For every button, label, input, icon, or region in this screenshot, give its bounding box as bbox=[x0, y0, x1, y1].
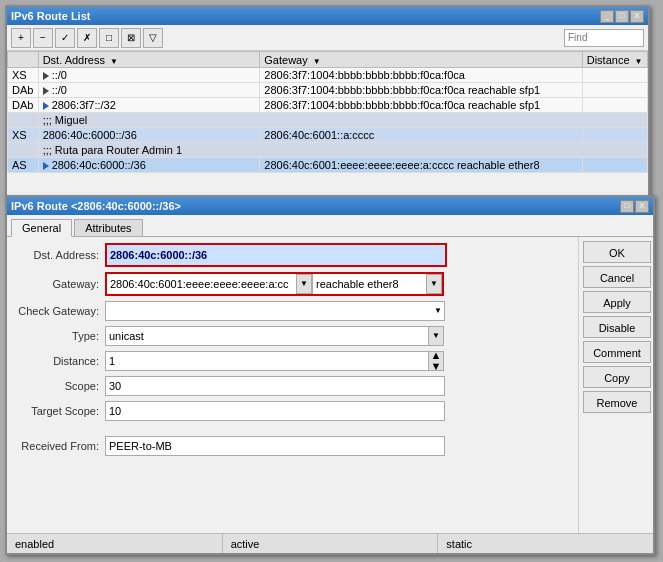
distance-field: ▲▼ bbox=[105, 351, 444, 371]
list-titlebar-buttons: _ □ X bbox=[600, 10, 644, 23]
sort-arrow-dst: ▼ bbox=[110, 57, 118, 66]
col-header-flag[interactable] bbox=[8, 52, 39, 68]
remove-button[interactable]: − bbox=[33, 28, 53, 48]
status-enabled: enabled bbox=[7, 534, 223, 553]
copy-button-toolbar[interactable]: □ bbox=[99, 28, 119, 48]
spacer bbox=[15, 426, 570, 436]
row-dist bbox=[582, 128, 647, 143]
find-input[interactable] bbox=[564, 29, 644, 47]
chevron-down-icon4: ▼ bbox=[432, 332, 440, 340]
remove-button[interactable]: Remove bbox=[583, 391, 651, 413]
table-row[interactable]: DAb ::/0 2806:3f7:1004:bbbb:bbbb:bbbb:f0… bbox=[8, 83, 648, 98]
row-gw: 2806:3f7:1004:bbbb:bbbb:bbbb:f0ca:f0ca bbox=[260, 68, 582, 83]
tab-general[interactable]: General bbox=[11, 219, 72, 237]
expand-icon bbox=[43, 87, 49, 95]
table-row-group: ;;; Miguel bbox=[8, 113, 648, 128]
row-flag: DAb bbox=[8, 98, 39, 113]
table-row-group: ;;; Ruta para Router Admin 1 bbox=[8, 143, 648, 158]
target-scope-row: Target Scope: bbox=[15, 401, 570, 421]
row-dst: ::/0 bbox=[38, 68, 260, 83]
detail-close-button[interactable]: X bbox=[635, 200, 649, 213]
detail-window-titlebar: IPv6 Route <2806:40c:6000::/36> □ X bbox=[7, 197, 653, 215]
col-header-dst[interactable]: Dst. Address ▼ bbox=[38, 52, 260, 68]
row-dist bbox=[582, 83, 647, 98]
copy-button[interactable]: Copy bbox=[583, 366, 651, 388]
filter-button[interactable]: ▽ bbox=[143, 28, 163, 48]
distance-spinner[interactable]: ▲▼ bbox=[428, 351, 444, 371]
dst-address-label: Dst. Address: bbox=[15, 249, 105, 261]
row-flag: XS bbox=[8, 128, 39, 143]
distance-label: Distance: bbox=[15, 355, 105, 367]
add-button[interactable]: + bbox=[11, 28, 31, 48]
type-field: ▼ bbox=[105, 326, 444, 346]
detail-maximize-button[interactable]: □ bbox=[620, 200, 634, 213]
check-button[interactable]: ✓ bbox=[55, 28, 75, 48]
row-gw: 2806:3f7:1004:bbbb:bbbb:bbbb:f0ca:f0ca r… bbox=[260, 83, 582, 98]
check-gateway-row: Check Gateway: ▼ bbox=[15, 301, 570, 321]
table-row[interactable]: XS 2806:40c:6000::/36 2806:40c:6001::a:c… bbox=[8, 128, 648, 143]
row-dist bbox=[582, 158, 647, 173]
chevron-down-icon2: ▼ bbox=[430, 280, 438, 288]
comment-button[interactable]: Comment bbox=[583, 341, 651, 363]
list-close-button[interactable]: X bbox=[630, 10, 644, 23]
expand-icon bbox=[43, 72, 49, 80]
table-row[interactable]: DAb 2806:3f7::/32 2806:3f7:1004:bbbb:bbb… bbox=[8, 98, 648, 113]
route-detail-window: IPv6 Route <2806:40c:6000::/36> □ X Gene… bbox=[5, 195, 655, 555]
apply-button[interactable]: Apply bbox=[583, 291, 651, 313]
row-group-label: ;;; Miguel bbox=[38, 113, 647, 128]
check-gateway-dropdown[interactable]: ▼ bbox=[105, 301, 445, 321]
row-gw: 2806:40c:6001:eeee:eeee:eeee:a:cccc reac… bbox=[260, 158, 582, 173]
gateway-suffix-input[interactable] bbox=[312, 274, 427, 294]
row-dst: ::/0 bbox=[38, 83, 260, 98]
settings-button[interactable]: ⊠ bbox=[121, 28, 141, 48]
target-scope-input[interactable] bbox=[105, 401, 445, 421]
check-gateway-label: Check Gateway: bbox=[15, 305, 105, 317]
cross-button[interactable]: ✗ bbox=[77, 28, 97, 48]
row-flag: DAb bbox=[8, 83, 39, 98]
row-dist bbox=[582, 68, 647, 83]
scope-input[interactable] bbox=[105, 376, 445, 396]
dst-address-input[interactable] bbox=[107, 245, 445, 265]
target-scope-label: Target Scope: bbox=[15, 405, 105, 417]
gateway-row: Gateway: ▼ ▼ bbox=[15, 272, 570, 296]
received-from-input[interactable] bbox=[105, 436, 445, 456]
gateway-suffix-dropdown[interactable]: ▼ bbox=[426, 274, 442, 294]
list-minimize-button[interactable]: _ bbox=[600, 10, 614, 23]
chevron-down-icon3: ▼ bbox=[434, 307, 442, 315]
type-dropdown-button[interactable]: ▼ bbox=[428, 326, 444, 346]
type-row: Type: ▼ bbox=[15, 326, 570, 346]
tab-attributes[interactable]: Attributes bbox=[74, 219, 142, 236]
dst-address-highlight bbox=[105, 243, 447, 267]
distance-row: Distance: ▲▼ bbox=[15, 351, 570, 371]
row-gw: 2806:40c:6001::a:cccc bbox=[260, 128, 582, 143]
col-header-dist[interactable]: Distance ▼ bbox=[582, 52, 647, 68]
ok-button[interactable]: OK bbox=[583, 241, 651, 263]
row-group-label: ;;; Ruta para Router Admin 1 bbox=[38, 143, 647, 158]
row-flag: AS bbox=[8, 158, 39, 173]
scope-label: Scope: bbox=[15, 380, 105, 392]
list-toolbar: + − ✓ ✗ □ ⊠ ▽ bbox=[7, 25, 648, 51]
tab-bar: General Attributes bbox=[7, 215, 653, 237]
detail-fields: Dst. Address: Gateway: ▼ ▼ Check Gateway… bbox=[7, 237, 578, 538]
cancel-button[interactable]: Cancel bbox=[583, 266, 651, 288]
status-static: static bbox=[438, 534, 653, 553]
row-flag bbox=[8, 143, 39, 158]
list-window-title: IPv6 Route List bbox=[11, 10, 90, 22]
action-buttons: OK Cancel Apply Disable Comment Copy Rem… bbox=[578, 237, 653, 538]
col-header-gw[interactable]: Gateway ▼ bbox=[260, 52, 582, 68]
table-row-selected[interactable]: AS 2806:40c:6000::/36 2806:40c:6001:eeee… bbox=[8, 158, 648, 173]
type-label: Type: bbox=[15, 330, 105, 342]
type-input[interactable] bbox=[105, 326, 429, 346]
distance-input[interactable] bbox=[105, 351, 429, 371]
disable-button[interactable]: Disable bbox=[583, 316, 651, 338]
gateway-input[interactable] bbox=[107, 274, 297, 294]
table-row[interactable]: XS ::/0 2806:3f7:1004:bbbb:bbbb:bbbb:f0c… bbox=[8, 68, 648, 83]
detail-window-title: IPv6 Route <2806:40c:6000::/36> bbox=[11, 200, 181, 212]
spinner-arrows: ▲▼ bbox=[431, 350, 442, 372]
gateway-dropdown-button[interactable]: ▼ bbox=[296, 274, 312, 294]
dst-address-row: Dst. Address: bbox=[15, 243, 570, 267]
route-list-window: IPv6 Route List _ □ X + − ✓ ✗ □ ⊠ ▽ Dst.… bbox=[5, 5, 650, 200]
chevron-down-icon: ▼ bbox=[300, 280, 308, 288]
received-from-row: Received From: bbox=[15, 436, 570, 456]
list-maximize-button[interactable]: □ bbox=[615, 10, 629, 23]
